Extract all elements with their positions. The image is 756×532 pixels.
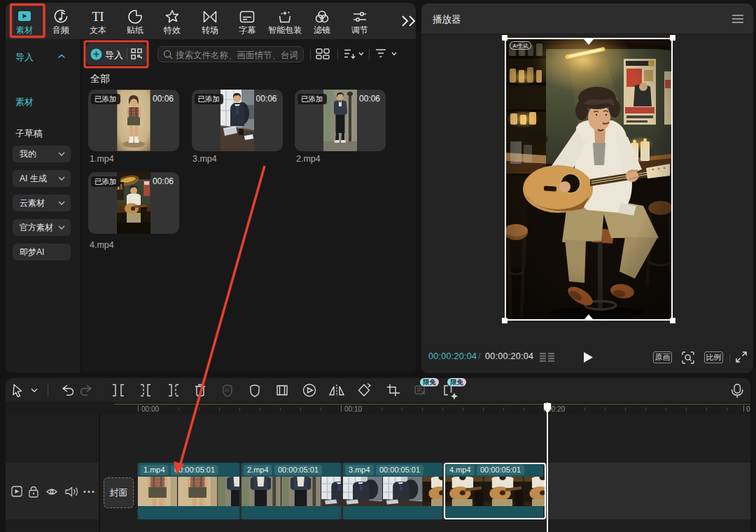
svg-text:AI: AI: [225, 388, 229, 393]
